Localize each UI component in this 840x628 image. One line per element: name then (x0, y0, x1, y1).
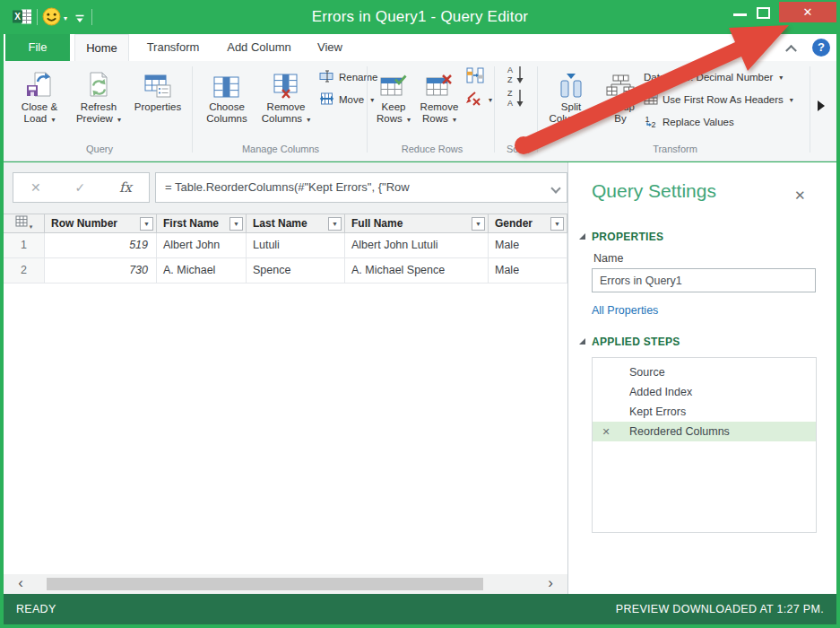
choose-columns-button[interactable]: Choose Columns (199, 65, 255, 142)
minimize-button[interactable] (728, 5, 749, 23)
filter-button[interactable]: ▼ (328, 217, 342, 231)
column-header-gender[interactable]: Gender ▼ (489, 214, 567, 233)
use-first-row-as-headers-icon (644, 93, 658, 107)
applied-step-source[interactable]: Source (593, 362, 816, 382)
dropdown-caret-icon: ▾ (489, 96, 492, 104)
column-header-full-name[interactable]: Full Name ▼ (345, 214, 489, 233)
formula-cancel-icon[interactable]: ✕ (30, 180, 41, 195)
grid-cell: Spence (247, 258, 345, 283)
tab-transform[interactable]: Transform (136, 34, 210, 61)
replace-values-icon: 1 2 (644, 115, 658, 130)
status-preview-downloaded: PREVIEW DOWNLOADED AT 1:27 PM. (616, 603, 824, 615)
data-type-button[interactable]: Data Type: Decimal Number ▾ (644, 68, 783, 86)
dropdown-caret-icon: ▾ (779, 74, 783, 82)
group-label-reduce-rows: Reduce Rows (370, 144, 494, 154)
remove-duplicates-icon (466, 67, 484, 85)
ribbon-tab-bar: File Home Transform Add Column View ? (4, 34, 836, 61)
sort-descending-button[interactable]: Z A (506, 90, 527, 108)
chevron-up-icon (785, 45, 797, 57)
horizontal-scrollbar[interactable]: ‹ › (4, 574, 567, 594)
grid-cell: A. Michael Spence (345, 258, 489, 283)
close-and-load-icon (26, 66, 53, 99)
remove-duplicates-button[interactable] (466, 67, 484, 85)
applied-steps-list: Source Added Index Kept Errors ✕ Reorder… (592, 357, 817, 533)
query-name-input[interactable] (592, 268, 816, 292)
tab-view[interactable]: View (307, 34, 353, 61)
move-button[interactable]: Move ▾ (319, 91, 374, 109)
tab-add-column[interactable]: Add Column (217, 34, 301, 61)
select-all-button[interactable]: ▾ (4, 214, 45, 233)
group-by-button[interactable]: Group By (599, 65, 642, 142)
filter-button[interactable]: ▼ (140, 217, 153, 231)
close-button[interactable]: ✕ (779, 2, 836, 22)
split-column-icon (558, 66, 585, 99)
section-collapse-icon[interactable] (579, 338, 585, 345)
query-editor-window: X ▾ Errors in Query1 - Query Editor ✕ Fi (0, 0, 840, 628)
help-button[interactable]: ? (812, 39, 830, 57)
use-first-row-as-headers-button[interactable]: Use First Row As Headers ▾ (644, 91, 793, 109)
maximize-button[interactable] (753, 4, 775, 22)
query-settings-panel: Query Settings ✕ PROPERTIES Name All Pro… (568, 162, 836, 594)
remove-rows-button[interactable]: Remove Rows ▾ (415, 65, 463, 142)
scroll-left-icon[interactable]: ‹ (9, 574, 32, 594)
sort-ascending-icon: A Z (506, 64, 527, 87)
applied-steps-section-header[interactable]: APPLIED STEPS (592, 336, 680, 348)
delete-step-icon[interactable]: ✕ (593, 426, 619, 438)
close-and-load-button[interactable]: Close & Load ▾ (11, 65, 68, 142)
filter-button[interactable]: ▼ (472, 217, 485, 231)
row-number-gutter: 2 (4, 258, 45, 283)
collapse-ribbon-button[interactable] (787, 44, 798, 55)
tab-home[interactable]: Home (74, 34, 129, 61)
rename-button[interactable]: Rename (319, 68, 377, 86)
refresh-preview-button[interactable]: Refresh Preview ▾ (70, 65, 127, 142)
grid-cell: 519 (45, 233, 157, 258)
formula-confirm-icon[interactable]: ✓ (74, 180, 85, 195)
column-header-last-name[interactable]: Last Name ▼ (247, 214, 345, 233)
group-by-icon (606, 66, 635, 99)
scrollbar-thumb[interactable] (47, 578, 483, 590)
applied-step-added-index[interactable]: Added Index (593, 382, 816, 402)
grid-cell: Male (489, 233, 567, 258)
remove-errors-button[interactable]: ▾ (464, 91, 492, 109)
tab-file[interactable]: File (5, 34, 70, 61)
formula-expand-chevron-icon[interactable] (550, 183, 560, 193)
column-header-first-name[interactable]: First Name ▼ (157, 214, 247, 233)
sort-ascending-button[interactable]: A Z (506, 66, 527, 84)
all-properties-link[interactable]: All Properties (592, 304, 658, 317)
properties-section-header[interactable]: PROPERTIES (592, 231, 663, 243)
applied-step-kept-errors[interactable]: Kept Errors (593, 402, 816, 422)
status-bar: READY PREVIEW DOWNLOADED AT 1:27 PM. (4, 594, 836, 624)
group-label-sort: Sort (494, 144, 537, 154)
scroll-right-icon[interactable]: › (539, 574, 562, 594)
ribbon-home: Close & Load ▾ Refresh Preview ▾ (4, 61, 836, 161)
fx-icon[interactable]: fx (119, 179, 132, 196)
keep-rows-button[interactable]: Keep Rows ▾ (372, 65, 415, 142)
properties-icon (144, 66, 171, 99)
move-icon (319, 92, 334, 108)
filter-button[interactable]: ▼ (229, 217, 243, 231)
formula-bar: ✕ ✓ fx = Table.ReorderColumns(#"Kept Err… (4, 162, 567, 214)
remove-rows-icon (426, 66, 453, 99)
group-label-query: Query (11, 144, 188, 154)
formula-text: = Table.ReorderColumns(#"Kept Errors", {… (165, 180, 410, 194)
editor-body: ✕ ✓ fx = Table.ReorderColumns(#"Kept Err… (4, 162, 836, 594)
replace-values-button[interactable]: 1 2 Replace Values (644, 113, 734, 131)
filter-button[interactable]: ▼ (550, 217, 564, 231)
applied-step-reordered-columns[interactable]: ✕ Reordered Columns (593, 422, 816, 441)
column-header-row-number[interactable]: Row Number ▼ (45, 214, 157, 233)
dropdown-caret-icon: ▾ (51, 116, 55, 124)
rename-icon (319, 70, 334, 84)
section-collapse-icon[interactable] (579, 233, 585, 240)
formula-input[interactable]: = Table.ReorderColumns(#"Kept Errors", {… (155, 172, 567, 203)
properties-button[interactable]: Properties (129, 65, 186, 142)
grid-cell: Albert John (157, 233, 247, 258)
group-separator (192, 66, 193, 153)
grid-cell: Albert John Lutuli (345, 233, 489, 258)
split-column-button[interactable]: Split Column ▾ (545, 65, 597, 142)
svg-text:Z: Z (507, 75, 513, 84)
remove-columns-icon (273, 66, 299, 99)
remove-columns-button[interactable]: Remove Columns ▾ (256, 65, 316, 142)
panel-close-icon[interactable]: ✕ (794, 188, 806, 204)
minimize-icon (733, 13, 747, 16)
ribbon-scroll-right-icon[interactable] (818, 100, 825, 111)
